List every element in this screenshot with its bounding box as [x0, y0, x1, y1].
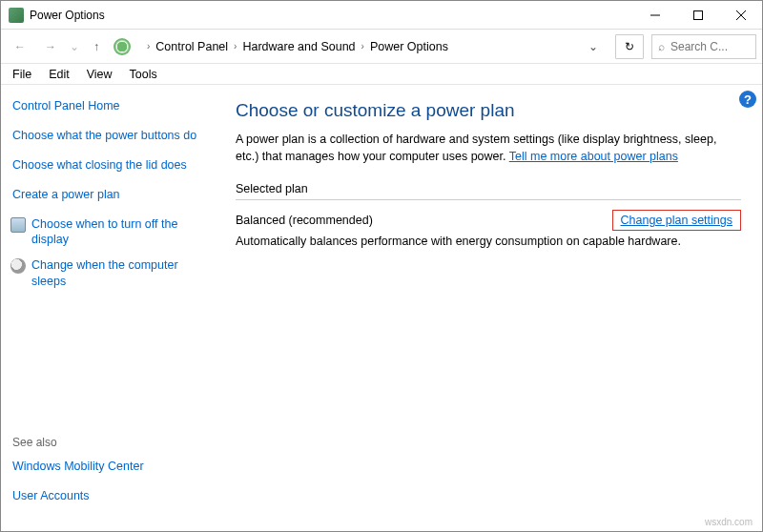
moon-icon	[10, 258, 26, 274]
watermark: wsxdn.com	[705, 517, 753, 527]
minimize-button[interactable]	[633, 1, 676, 29]
chevron-right-icon: ›	[147, 41, 150, 51]
sidebar-link-create-plan[interactable]: Create a power plan	[12, 187, 211, 203]
close-button[interactable]	[719, 1, 762, 29]
plan-description: Automatically balances performance with …	[236, 235, 741, 248]
back-button[interactable]: ←	[7, 33, 33, 60]
forward-button[interactable]: →	[37, 33, 64, 60]
main-panel: Choose or customize a power plan A power…	[220, 85, 762, 531]
sidebar-home-link[interactable]: Control Panel Home	[12, 98, 211, 114]
search-icon: ⌕	[658, 40, 665, 53]
navbar: ← → ⌄ ↑ › Control Panel › Hardware and S…	[1, 30, 762, 64]
breadcrumb-item[interactable]: Control Panel	[155, 40, 228, 53]
monitor-icon	[10, 217, 26, 233]
breadcrumb[interactable]: › Control Panel › Hardware and Sound › P…	[138, 34, 579, 59]
sidebar-link-turn-off-display[interactable]: Choose when to turn off the display	[31, 216, 211, 249]
change-plan-settings-link[interactable]: Change plan settings	[612, 210, 741, 231]
search-input[interactable]: ⌕ Search C...	[651, 34, 756, 59]
selected-plan-label: Selected plan	[236, 182, 741, 195]
menu-edit[interactable]: Edit	[49, 68, 70, 81]
help-icon[interactable]: ?	[739, 91, 756, 108]
address-icon	[113, 38, 131, 55]
titlebar: Power Options	[1, 1, 762, 30]
sidebar-link-closing-lid[interactable]: Choose what closing the lid does	[12, 157, 211, 174]
menu-view[interactable]: View	[87, 68, 113, 81]
maximize-button[interactable]	[676, 1, 719, 29]
app-icon	[9, 8, 24, 23]
chevron-right-icon: ›	[361, 41, 364, 51]
address-dropdown[interactable]: ⌄	[583, 40, 604, 53]
up-button[interactable]: ↑	[85, 33, 108, 60]
svg-rect-1	[693, 10, 702, 19]
sidebar: Control Panel Home Choose what the power…	[1, 85, 220, 531]
menu-tools[interactable]: Tools	[130, 68, 157, 81]
plan-row: Balanced (recommended) Change plan setti…	[236, 210, 741, 231]
divider	[236, 199, 741, 200]
chevron-right-icon: ›	[234, 41, 237, 51]
search-placeholder: Search C...	[670, 40, 728, 53]
refresh-button[interactable]: ↻	[615, 34, 644, 59]
see-also-label: See also	[12, 436, 211, 449]
plan-name: Balanced (recommended)	[236, 214, 373, 227]
see-also-user-accounts[interactable]: User Accounts	[12, 488, 211, 504]
menubar: File Edit View Tools	[1, 64, 762, 85]
breadcrumb-item[interactable]: Hardware and Sound	[242, 40, 355, 53]
menu-file[interactable]: File	[12, 68, 31, 81]
learn-more-link[interactable]: Tell me more about power plans	[509, 150, 678, 163]
window-title: Power Options	[30, 9, 633, 22]
page-description: A power plan is a collection of hardware…	[236, 131, 741, 165]
sidebar-link-computer-sleeps[interactable]: Change when the computer sleeps	[31, 257, 211, 290]
page-heading: Choose or customize a power plan	[236, 100, 741, 121]
breadcrumb-item[interactable]: Power Options	[370, 40, 448, 53]
sidebar-link-power-buttons[interactable]: Choose what the power buttons do	[12, 128, 211, 144]
see-also-mobility-center[interactable]: Windows Mobility Center	[12, 459, 211, 475]
content: ? Control Panel Home Choose what the pow…	[1, 85, 762, 531]
history-dropdown[interactable]: ⌄	[68, 33, 81, 60]
